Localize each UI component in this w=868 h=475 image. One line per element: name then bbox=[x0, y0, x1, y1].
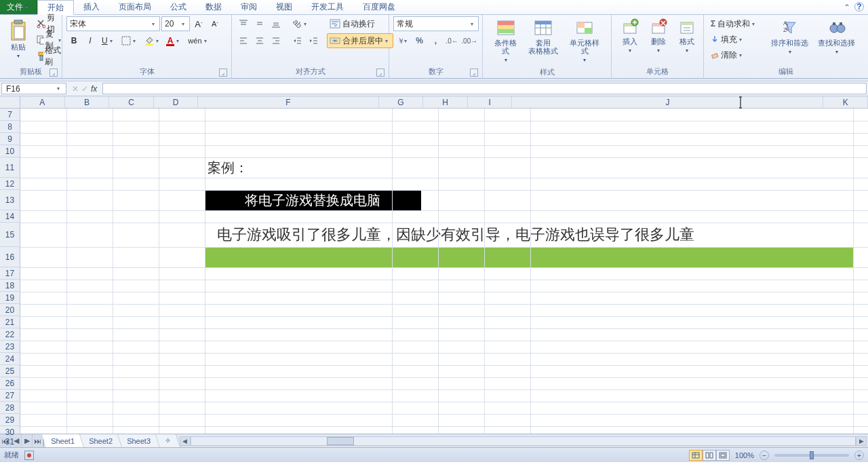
tab-formulas[interactable]: 公式 bbox=[161, 0, 196, 14]
row-header-9[interactable]: 9 bbox=[0, 133, 20, 145]
increase-font-button[interactable]: Aˆ bbox=[191, 16, 206, 31]
dialog-launcher-icon[interactable]: ⌟ bbox=[470, 69, 478, 77]
tab-data[interactable]: 数据 bbox=[196, 0, 231, 14]
col-header-H[interactable]: H bbox=[423, 96, 468, 108]
row-header-16[interactable]: 16 bbox=[0, 247, 20, 267]
row-header-17[interactable]: 17 bbox=[0, 267, 20, 280]
col-header-J[interactable]: J bbox=[512, 96, 823, 108]
row-header-21[interactable]: 21 bbox=[0, 316, 20, 328]
row-header-8[interactable]: 8 bbox=[0, 121, 20, 133]
align-bottom-button[interactable] bbox=[269, 16, 283, 31]
fill-button[interactable]: 填充▾ bbox=[708, 32, 755, 47]
delete-cells-button[interactable]: 删除▾ bbox=[644, 16, 673, 56]
row-header-26[interactable]: 26 bbox=[0, 377, 20, 390]
underline-button[interactable]: U▾ bbox=[99, 33, 117, 48]
scroll-left-icon[interactable]: ◀ bbox=[180, 436, 191, 446]
phonetic-button[interactable]: wén▾ bbox=[185, 33, 211, 48]
zoom-out-button[interactable]: − bbox=[760, 451, 769, 460]
scroll-thumb[interactable] bbox=[327, 437, 354, 445]
col-header-G[interactable]: G bbox=[379, 96, 424, 108]
find-select-button[interactable]: 查找和选择▾ bbox=[813, 16, 860, 58]
zoom-level[interactable]: 100% bbox=[735, 451, 754, 459]
col-header-A[interactable]: A bbox=[20, 96, 65, 108]
row-header-7[interactable]: 7 bbox=[0, 109, 20, 121]
format-cells-button[interactable]: 格式▾ bbox=[673, 16, 701, 56]
row-header-27[interactable]: 27 bbox=[0, 390, 20, 402]
tab-developer[interactable]: 开发工具 bbox=[302, 0, 353, 14]
sort-filter-button[interactable]: AZ排序和筛选▾ bbox=[766, 16, 813, 58]
font-name-combo[interactable]: 宋体▾ bbox=[66, 16, 160, 31]
align-left-button[interactable] bbox=[236, 33, 251, 48]
autosum-button[interactable]: Σ自动求和▾ bbox=[708, 16, 766, 31]
tab-file[interactable]: 文件▾ bbox=[0, 0, 37, 14]
cell-F13[interactable]: 将电子游戏替换成电脑 bbox=[205, 190, 421, 210]
align-middle-button[interactable] bbox=[252, 16, 267, 31]
table-format-button[interactable]: 套用 表格格式 bbox=[525, 16, 563, 57]
scroll-right-icon[interactable]: ▶ bbox=[856, 436, 867, 446]
zoom-in-button[interactable]: + bbox=[854, 451, 864, 460]
row-header-31[interactable]: 31 bbox=[0, 438, 20, 446]
merge-center-button[interactable]: 合并后居中▾ bbox=[327, 33, 393, 48]
formula-input[interactable] bbox=[102, 83, 867, 94]
conditional-format-button[interactable]: 条件格式▾ bbox=[487, 16, 525, 66]
minimize-ribbon-icon[interactable]: ⌃ bbox=[840, 0, 854, 14]
col-header-I[interactable]: I bbox=[468, 96, 513, 108]
border-button[interactable]: ▾ bbox=[119, 33, 140, 48]
font-size-combo[interactable]: 20▾ bbox=[161, 16, 190, 31]
fill-color-button[interactable]: ▾ bbox=[142, 33, 163, 48]
clear-button[interactable]: 清除▾ bbox=[708, 48, 755, 62]
enter-formula-icon[interactable]: ✓ bbox=[81, 84, 88, 94]
help-icon[interactable]: ? bbox=[854, 2, 864, 12]
cell-F11[interactable]: 案例： bbox=[205, 157, 392, 178]
align-top-button[interactable] bbox=[236, 16, 251, 31]
col-header-C[interactable]: C bbox=[109, 96, 154, 108]
tab-review[interactable]: 审阅 bbox=[231, 0, 267, 14]
cell-merged-row16[interactable] bbox=[205, 247, 853, 267]
view-pagelayout-button[interactable] bbox=[703, 450, 716, 461]
row-header-14[interactable]: 14 bbox=[0, 210, 20, 223]
col-header-K[interactable]: K bbox=[823, 96, 868, 108]
col-header-B[interactable]: B bbox=[65, 96, 110, 108]
percent-button[interactable]: % bbox=[412, 33, 427, 48]
name-box[interactable]: F16▾ bbox=[1, 83, 66, 94]
bold-button[interactable]: B bbox=[66, 33, 81, 48]
row-header-20[interactable]: 20 bbox=[0, 304, 20, 316]
row-header-24[interactable]: 24 bbox=[0, 353, 20, 365]
row-header-12[interactable]: 12 bbox=[0, 178, 20, 190]
dialog-launcher-icon[interactable]: ⌟ bbox=[219, 69, 227, 77]
row-header-18[interactable]: 18 bbox=[0, 280, 20, 292]
row-header-28[interactable]: 28 bbox=[0, 402, 20, 414]
row-header-19[interactable]: 19 bbox=[0, 292, 20, 304]
fx-icon[interactable]: fx bbox=[91, 84, 97, 94]
row-header-25[interactable]: 25 bbox=[0, 365, 20, 377]
increase-indent-button[interactable] bbox=[307, 33, 321, 48]
row-header-22[interactable]: 22 bbox=[0, 328, 20, 341]
sheet-tab-2[interactable]: Sheet2 bbox=[80, 434, 122, 447]
decrease-decimal-button[interactable]: .00→ bbox=[461, 33, 478, 48]
cancel-formula-icon[interactable]: ✕ bbox=[72, 84, 79, 94]
format-painter-button[interactable]: 格式刷 bbox=[34, 49, 65, 64]
row-headers[interactable]: 7891011121314151617181920212223242526272… bbox=[0, 109, 20, 434]
decrease-indent-button[interactable] bbox=[290, 33, 305, 48]
view-normal-button[interactable] bbox=[689, 450, 703, 461]
col-header-D[interactable]: D bbox=[154, 96, 199, 108]
align-right-button[interactable] bbox=[269, 33, 283, 48]
new-sheet-button[interactable]: ✧ bbox=[156, 434, 180, 447]
insert-cells-button[interactable]: 插入▾ bbox=[616, 16, 644, 56]
accounting-format-button[interactable]: ￥▾ bbox=[393, 33, 411, 48]
cell-merged-row15[interactable]: 电子游戏吸引了很多儿童，因缺少有效引导，电子游戏也误导了很多儿童 bbox=[205, 223, 853, 247]
cell-style-button[interactable]: 单元格样式▾ bbox=[562, 16, 607, 66]
tab-insert[interactable]: 插入 bbox=[74, 0, 109, 14]
paste-button[interactable]: 粘贴▾ bbox=[4, 16, 33, 62]
macro-record-icon[interactable] bbox=[24, 451, 34, 460]
row-header-11[interactable]: 11 bbox=[0, 157, 20, 178]
number-format-combo[interactable]: 常规▾ bbox=[393, 16, 479, 31]
sheet-tab-3[interactable]: Sheet3 bbox=[118, 434, 160, 447]
row-header-23[interactable]: 23 bbox=[0, 341, 20, 353]
dialog-launcher-icon[interactable]: ⌟ bbox=[376, 69, 384, 77]
tab-pagelayout[interactable]: 页面布局 bbox=[109, 0, 161, 14]
col-header-F[interactable]: F bbox=[198, 96, 378, 108]
row-header-29[interactable]: 29 bbox=[0, 414, 20, 426]
worksheet-grid[interactable]: ABCDFGHIJK 78910111213141516171819202122… bbox=[0, 96, 868, 434]
increase-decimal-button[interactable]: .0← bbox=[445, 33, 460, 48]
